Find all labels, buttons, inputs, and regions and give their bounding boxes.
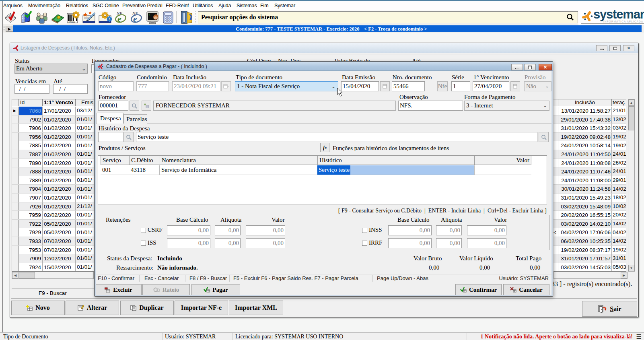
svg-text:>_: >_ (149, 14, 152, 16)
svg-text:100100: 100100 (68, 21, 75, 23)
svg-text:e: e (133, 14, 137, 24)
svg-text:e: e (117, 14, 121, 24)
